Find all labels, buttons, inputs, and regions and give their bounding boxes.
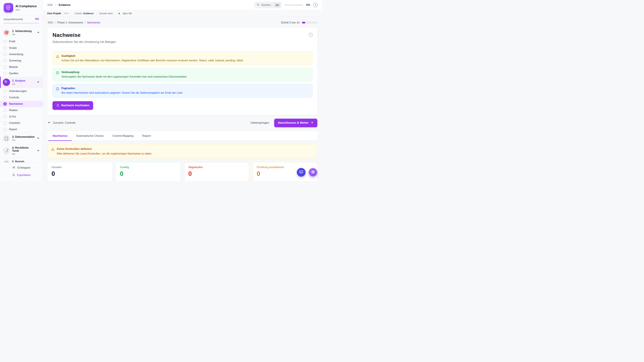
info-circle-icon (56, 87, 59, 91)
wizard-nav-row: Zurueck: Controls Ueberspringen Abschlie… (48, 119, 317, 127)
step-progress-bar (302, 22, 317, 23)
breadcrumb-root[interactable]: SDK (47, 3, 53, 6)
step-radio-icon (3, 96, 7, 99)
warning-triangle-icon (51, 147, 55, 151)
warning-text: Bitte definieren Sie zuerst Kontrollen, … (57, 152, 152, 155)
page-subtitle: Dokumentieren Sie die Umsetzung mit Bele… (52, 40, 312, 44)
step-radio-icon (3, 72, 7, 75)
main-area: SDK Evidence Suchen... ⌘K 0% ? Kein Proj… (43, 0, 322, 181)
sidebar-footer: Einklappen Exportieren (0, 162, 43, 181)
double-chevron-left-icon (12, 166, 16, 170)
sidebar-item-report[interactable]: Report (0, 126, 43, 133)
app-window: AI Compliance SDK Gesamtfortschritt 0% 🎯… (0, 0, 322, 181)
note-title: Gueltigkeit (62, 54, 244, 57)
export-button[interactable]: Exportieren (12, 173, 31, 177)
sidebar-item-controls[interactable]: Controls (0, 94, 43, 101)
upload-evidence-button[interactable]: Nachweis hochladen (52, 101, 93, 110)
last-step-label: Zuletzt: (75, 12, 82, 15)
tab-automatische-checks[interactable]: Automatische Checks (72, 131, 108, 141)
breadcrumb-current: Nachweise (87, 21, 100, 24)
back-to-controls-link[interactable]: Zurueck: Controls (48, 121, 76, 125)
sidebar-section-betrieb[interactable]: ⚙️ 5. Betrieb 0% (0, 157, 43, 162)
breadcrumb-phase[interactable]: Phase 1: Assessment (57, 21, 83, 24)
help-icon[interactable]: ? (313, 3, 318, 7)
topbar-progress-bar (284, 4, 303, 6)
chevron-down-icon (37, 149, 40, 153)
chevron-up-icon (37, 31, 40, 34)
note-text: Achten Sie auf das Ablaufdatum von Nachw… (62, 59, 244, 62)
sidebar-item-module[interactable]: Module (0, 64, 43, 70)
collapse-sidebar-button[interactable]: Einklappen (12, 166, 30, 170)
sidebar-section-vorbereitung[interactable]: 🎯 1. Vorbereitung 0% (0, 27, 43, 38)
step-radio-icon (3, 46, 7, 50)
breadcrumb-root[interactable]: SDK (48, 21, 53, 24)
search-input[interactable]: Suchen... ⌘K (254, 2, 282, 8)
skip-button[interactable]: Ueberspringen (250, 121, 269, 124)
sidebar-item-anforderungen[interactable]: Anforderungen (0, 88, 43, 94)
evidence-stats: Gesamt 0 Gueltig 0 Abgelaufen 0 Pruefung… (47, 162, 318, 181)
chevron-down-icon (37, 137, 40, 140)
chat-bubble-icon (299, 170, 304, 175)
help-icon[interactable]: ? (308, 33, 313, 37)
pagination-info-note: Pagination Bei vielen Nachweisen wird au… (52, 84, 312, 97)
clipboard-icon: 📋 (3, 135, 10, 142)
warning-triangle-icon (56, 55, 59, 58)
status-bar: Kein Projekt V001 Zuletzt: Evidence Gera… (43, 10, 322, 17)
overall-progress-value: 0% (35, 17, 39, 21)
section-title: 2. Analyse (12, 79, 35, 82)
last-step-value: Evidence (83, 12, 94, 15)
sidebar-section-rechtliche-texte[interactable]: 📝 4. Rechtliche Texte 0% (0, 144, 43, 157)
upload-icon (12, 173, 15, 177)
sync-status-label: Sync OK (122, 12, 132, 15)
sidebar-item-ai-act[interactable]: AI Act (0, 113, 43, 120)
stat-card-abgelaufen: Abgelaufen 0 (184, 162, 249, 181)
sync-status-dot (118, 13, 120, 14)
divider (116, 12, 116, 15)
sidebar-item-checklist[interactable]: Checklist (0, 120, 43, 126)
arrow-left-icon (48, 121, 51, 125)
topbar: SDK Evidence Suchen... ⌘K 0% ? (43, 0, 322, 10)
chevron-up-icon (37, 80, 40, 84)
overall-progress-bar (4, 23, 39, 24)
page-breadcrumb: SDK / Phase 1: Assessment / Nachweise Sc… (48, 21, 317, 24)
search-shortcut-badge: ⌘K (274, 3, 280, 7)
step-counter: Schritt 3 von 14 (281, 21, 300, 24)
shield-check-icon (4, 3, 13, 12)
tab-report[interactable]: Report (138, 131, 155, 141)
note-title: Verknuepfung (62, 71, 187, 74)
check-circle-icon (56, 71, 59, 75)
sidebar-section-analyse[interactable]: 🔍 2. Analyse 0% (0, 77, 43, 88)
tab-nachweise[interactable]: Nachweise (48, 131, 72, 141)
panel-layout-button[interactable] (308, 168, 317, 177)
floating-buttons (297, 168, 317, 177)
sidebar-item-profil[interactable]: Profil (0, 38, 43, 45)
stat-card-gesamt: Gesamt 0 (47, 162, 112, 181)
overall-progress-label: Gesamtfortschritt (4, 18, 23, 21)
sidebar-item-anwendung[interactable]: Anwendung (0, 51, 43, 57)
project-name: Kein Projekt (47, 12, 61, 15)
section-title: 3. Dokumentation (12, 135, 35, 138)
overall-progress: Gesamtfortschritt 0% (0, 15, 43, 27)
sidebar-item-risiken[interactable]: Risiken (0, 107, 43, 113)
step-radio-active-icon (3, 102, 7, 106)
sidebar-item-screening[interactable]: Screening (0, 57, 43, 64)
magnifier-icon: 🔍 (3, 79, 10, 86)
last-saved-time: Gerade eben (99, 12, 113, 15)
step-radio-icon (3, 40, 7, 43)
section-percent: 0% (12, 33, 35, 36)
sidebar-item-scope[interactable]: Scope (0, 45, 43, 51)
search-placeholder: Suchen... (261, 3, 273, 6)
sidebar-section-dokumentation[interactable]: 📋 3. Dokumentation 0% (0, 133, 43, 144)
tab-control-mapping[interactable]: Control-Mapping (108, 131, 138, 141)
tab-bar: Nachweise Automatische Checks Control-Ma… (47, 131, 318, 141)
validity-warning-note: Gueltigkeit Achten Sie auf das Ablaufdat… (52, 52, 312, 65)
section-percent: 0% (12, 83, 35, 85)
note-text: Bei vielen Nachweisen wird automatisch p… (62, 91, 183, 95)
sidebar-item-quellen[interactable]: Quellen (0, 70, 43, 77)
complete-and-next-button[interactable]: Abschliessen & Weiter (274, 119, 317, 127)
no-controls-warning: Keine Kontrollen definiert Bitte definie… (47, 144, 318, 158)
chat-assistant-button[interactable] (297, 168, 306, 177)
search-icon (256, 3, 260, 7)
note-text: Verknuepfen Sie Nachweise direkt mit den… (62, 75, 187, 79)
sidebar-item-nachweise[interactable]: Nachweise (0, 101, 43, 107)
